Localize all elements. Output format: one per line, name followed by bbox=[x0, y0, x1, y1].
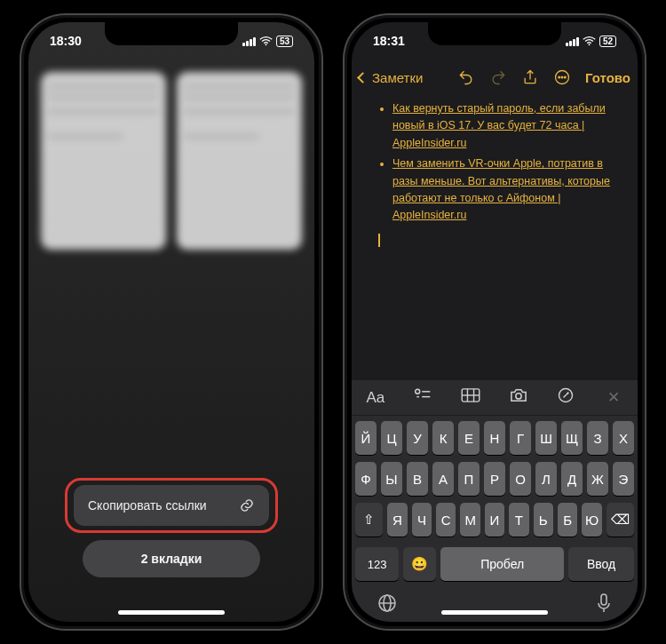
key-Й[interactable]: Й bbox=[355, 421, 377, 455]
key-Т[interactable]: Т bbox=[509, 503, 528, 537]
key-А[interactable]: А bbox=[432, 462, 454, 496]
wifi-icon bbox=[259, 36, 273, 46]
key-М[interactable]: М bbox=[460, 503, 480, 537]
redo-icon bbox=[489, 68, 507, 86]
format-table-icon[interactable] bbox=[452, 388, 489, 407]
key-Е[interactable]: Е bbox=[458, 421, 480, 455]
phone-right-notes: 18:31 52 Заметки Готово Как вернут bbox=[343, 13, 646, 631]
back-button[interactable]: Заметки bbox=[359, 70, 423, 85]
notch bbox=[428, 22, 561, 45]
svg-point-14 bbox=[516, 394, 521, 399]
key-Э[interactable]: Э bbox=[613, 462, 634, 496]
mic-icon[interactable] bbox=[595, 592, 613, 614]
globe-icon[interactable] bbox=[377, 592, 398, 614]
annotation-highlight bbox=[65, 478, 278, 533]
notch bbox=[105, 22, 238, 45]
key-enter[interactable]: Ввод bbox=[568, 547, 634, 581]
tab-card[interactable] bbox=[41, 72, 166, 250]
key-Ы[interactable]: Ы bbox=[381, 462, 402, 496]
home-indicator[interactable] bbox=[118, 610, 225, 615]
format-text-icon[interactable]: Aa bbox=[357, 389, 394, 407]
key-space[interactable]: Пробел bbox=[440, 547, 564, 581]
key-⌫[interactable]: ⌫ bbox=[607, 503, 634, 537]
key-emoji[interactable]: 😀 bbox=[403, 547, 436, 581]
key-Я[interactable]: Я bbox=[387, 503, 407, 537]
note-content[interactable]: Как вернуть старый пароль, если забыли н… bbox=[378, 100, 622, 247]
key-123[interactable]: 123 bbox=[355, 547, 399, 581]
tab-count-button[interactable]: 2 вкладки bbox=[83, 540, 260, 577]
svg-point-0 bbox=[265, 44, 266, 45]
svg-point-3 bbox=[559, 76, 560, 78]
key-Ю[interactable]: Ю bbox=[582, 503, 601, 537]
key-Ь[interactable]: Ь bbox=[534, 503, 553, 537]
key-Ч[interactable]: Ч bbox=[412, 503, 432, 537]
key-Ш[interactable]: Ш bbox=[535, 421, 557, 455]
keyboard: Aa ✕ ЙЦУКЕНГШЩЗХ ФЫВАПРОЛДЖЭ ⇧ЯЧСМИТЬБ bbox=[352, 380, 638, 622]
key-У[interactable]: У bbox=[407, 421, 428, 455]
key-К[interactable]: К bbox=[432, 421, 454, 455]
notes-toolbar: Заметки Готово bbox=[352, 60, 638, 95]
format-camera-icon[interactable] bbox=[500, 387, 537, 408]
format-checklist-icon[interactable] bbox=[404, 387, 441, 408]
key-З[interactable]: З bbox=[587, 421, 608, 455]
cellular-icon bbox=[566, 36, 579, 46]
tab-card[interactable] bbox=[177, 72, 302, 250]
safari-tabs[interactable] bbox=[41, 72, 302, 250]
key-Л[interactable]: Л bbox=[535, 462, 557, 496]
text-cursor bbox=[378, 234, 380, 247]
key-П[interactable]: П bbox=[458, 462, 480, 496]
key-⇧[interactable]: ⇧ bbox=[355, 503, 383, 537]
key-Б[interactable]: Б bbox=[558, 503, 577, 537]
key-С[interactable]: С bbox=[436, 503, 456, 537]
svg-point-1 bbox=[588, 44, 590, 45]
key-В[interactable]: В bbox=[407, 462, 428, 496]
undo-icon[interactable] bbox=[457, 68, 475, 86]
done-button[interactable]: Готово bbox=[585, 70, 630, 85]
svg-point-5 bbox=[564, 76, 566, 78]
format-marker-icon[interactable] bbox=[547, 386, 584, 409]
key-И[interactable]: И bbox=[485, 503, 504, 537]
svg-rect-19 bbox=[601, 594, 607, 605]
key-Ж[interactable]: Ж bbox=[587, 462, 608, 496]
key-Ф[interactable]: Ф bbox=[355, 462, 377, 496]
format-close-icon[interactable]: ✕ bbox=[595, 388, 632, 407]
battery-badge: 53 bbox=[276, 36, 293, 47]
svg-point-4 bbox=[561, 76, 563, 78]
battery-badge: 52 bbox=[599, 36, 616, 47]
format-toolbar: Aa ✕ bbox=[352, 380, 638, 416]
key-Щ[interactable]: Щ bbox=[561, 421, 583, 455]
more-icon[interactable] bbox=[553, 68, 571, 86]
key-Г[interactable]: Г bbox=[510, 421, 531, 455]
status-time: 18:30 bbox=[50, 34, 82, 48]
cellular-icon bbox=[242, 36, 256, 46]
phone-left-safari: 18:30 53 Скопировать ссылки bbox=[20, 13, 323, 631]
key-Д[interactable]: Д bbox=[561, 462, 583, 496]
note-link-item[interactable]: Как вернуть старый пароль, если забыли н… bbox=[392, 100, 622, 152]
svg-point-6 bbox=[416, 389, 420, 394]
key-Х[interactable]: Х bbox=[613, 421, 634, 455]
key-Ц[interactable]: Ц bbox=[381, 421, 402, 455]
key-Р[interactable]: Р bbox=[484, 462, 505, 496]
status-time: 18:31 bbox=[373, 34, 405, 48]
note-link-item[interactable]: Чем заменить VR-очки Apple, потратив в р… bbox=[392, 155, 622, 225]
wifi-icon bbox=[583, 36, 596, 46]
key-Н[interactable]: Н bbox=[484, 421, 505, 455]
share-icon[interactable] bbox=[521, 68, 539, 86]
home-indicator[interactable] bbox=[441, 610, 548, 615]
key-О[interactable]: О bbox=[510, 462, 531, 496]
chevron-left-icon bbox=[357, 72, 369, 83]
